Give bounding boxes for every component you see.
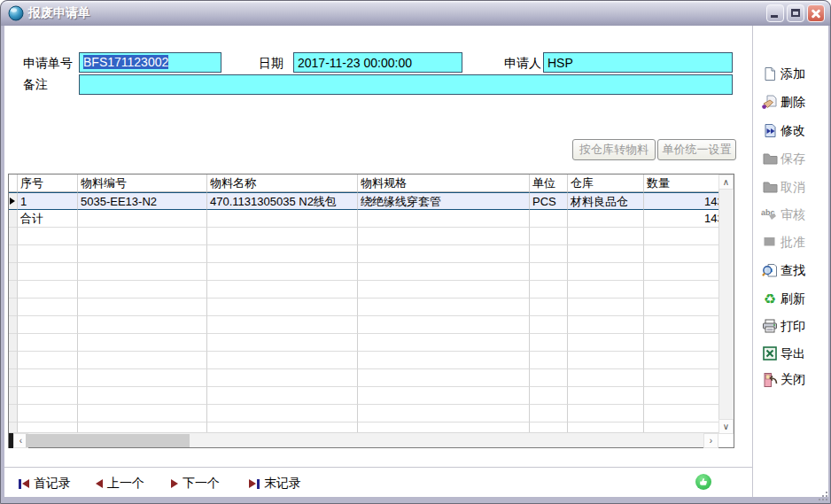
nav-label: 上一个: [107, 476, 144, 492]
column-header-seq[interactable]: 序号: [18, 174, 78, 192]
sidebar-label: 取消: [781, 180, 805, 196]
last-record-button[interactable]: 末记录: [249, 476, 301, 492]
empty-row: [9, 387, 734, 405]
excel-export-icon: [761, 346, 779, 362]
date-label: 日期: [259, 56, 283, 72]
column-header-code[interactable]: 物料编号: [78, 174, 207, 192]
thumbs-up-green-icon: [695, 473, 712, 491]
refresh-button[interactable]: ♻ 刷新: [761, 290, 805, 309]
add-document-icon: [761, 66, 779, 82]
sidebar-label: 导出: [781, 346, 805, 362]
sidebar-label: 审核: [781, 207, 805, 223]
modify-arrows-icon: [761, 123, 779, 139]
resize-grip[interactable]: [817, 490, 827, 500]
empty-row: [9, 334, 734, 352]
delete-hand-icon: [761, 95, 779, 111]
delete-button[interactable]: 删除: [761, 93, 805, 112]
approve-button: 批准: [761, 233, 805, 252]
table-body: 1 5035-EE13-N2 470.1131305035 N2线包 绕绝缘线穿…: [9, 192, 734, 434]
cell-seq: 1: [18, 192, 78, 210]
cell-spec: 绕绝缘线穿套管: [358, 192, 530, 210]
unified-price-button: 单价统一设置: [657, 139, 736, 160]
export-button[interactable]: 导出: [761, 345, 805, 364]
sidebar-label: 刷新: [781, 291, 805, 307]
app-window: 报废申请单 申请单号 BFS171123002 日期 申请人 备注 按仓库转物料…: [0, 0, 831, 504]
title-bar: 报废申请单: [1, 1, 830, 26]
cell-warehouse: 材料良品仓: [568, 192, 644, 210]
first-record-button[interactable]: 首记录: [19, 476, 71, 492]
table-row[interactable]: 1 5035-EE13-N2 470.1131305035 N2线包 绕绝缘线穿…: [9, 192, 734, 210]
save-folder-icon: [761, 151, 779, 167]
empty-row: [9, 316, 734, 334]
current-row-pointer-icon: [10, 198, 15, 205]
previous-record-icon: [96, 479, 103, 488]
empty-row: [9, 263, 734, 281]
audit-abc-icon: abc: [761, 207, 779, 223]
client-area: 申请单号 BFS171123002 日期 申请人 备注 按仓库转物料 单价统一设…: [4, 26, 828, 497]
maximize-button[interactable]: [787, 4, 804, 22]
horizontal-scrollbar[interactable]: ‹ ›: [9, 432, 718, 447]
sidebar-label: 修改: [781, 123, 805, 139]
items-table: 序号 物料编号 物料名称 物料规格 单位 仓库 数量 1 5035-EE13-N…: [8, 174, 734, 448]
column-header-spec[interactable]: 物料规格: [358, 174, 530, 192]
previous-record-button[interactable]: 上一个: [96, 476, 144, 492]
empty-row: [9, 405, 734, 423]
row-selector[interactable]: [9, 192, 18, 210]
column-header-warehouse[interactable]: 仓库: [568, 174, 644, 192]
next-record-icon: [171, 479, 178, 488]
approve-stamp-icon: [761, 235, 779, 251]
record-navigation-bar: 首记录 上一个 下一个 末记录: [4, 467, 753, 497]
scroll-down-icon[interactable]: ∨: [718, 419, 734, 434]
save-button: 保存: [761, 150, 805, 169]
refresh-recycle-icon: ♻: [761, 291, 779, 307]
cancel-folder-icon: [761, 180, 779, 196]
add-button[interactable]: 添加: [761, 65, 805, 84]
first-record-icon: [19, 479, 29, 489]
empty-row: [9, 281, 734, 299]
find-magnifier-icon: i: [761, 263, 779, 279]
sidebar-label: 查找: [781, 263, 805, 279]
close-button[interactable]: [807, 4, 825, 22]
column-header-unit[interactable]: 单位: [530, 174, 568, 192]
scroll-right-icon[interactable]: ›: [703, 433, 718, 448]
sidebar-label: 删除: [781, 95, 805, 111]
close-door-icon: [761, 372, 779, 388]
modify-button[interactable]: 修改: [761, 121, 805, 141]
request-no-label: 申请单号: [23, 56, 73, 72]
sidebar-label: 批准: [781, 235, 805, 251]
total-label: 合计: [18, 210, 78, 228]
empty-row: [9, 299, 734, 316]
window-title: 报废申请单: [28, 5, 764, 21]
action-sidebar: 添加 删除 修改 保存 取消 abc 审核: [759, 26, 828, 497]
vertical-scrollbar[interactable]: ∧ ∨: [718, 174, 734, 434]
print-button[interactable]: 打印: [761, 317, 805, 337]
request-no-input[interactable]: BFS171123002: [79, 52, 221, 73]
nav-label: 下一个: [183, 476, 220, 492]
total-row: 合计 1435: [9, 210, 734, 228]
date-input[interactable]: [293, 52, 462, 73]
main-panel: 申请单号 BFS171123002 日期 申请人 备注 按仓库转物料 单价统一设…: [4, 26, 753, 497]
sidebar-label: 打印: [781, 319, 805, 335]
minimize-button[interactable]: [766, 4, 784, 22]
remarks-label: 备注: [23, 77, 48, 93]
find-button[interactable]: i 查找: [761, 261, 805, 281]
cancel-button: 取消: [761, 178, 805, 198]
next-record-button[interactable]: 下一个: [171, 476, 220, 492]
empty-row: [9, 245, 734, 263]
nav-label: 首记录: [34, 476, 71, 492]
table-header-row: 序号 物料编号 物料名称 物料规格 单位 仓库 数量: [9, 174, 734, 192]
remarks-input[interactable]: [79, 74, 733, 95]
audit-button: abc 审核: [761, 205, 805, 225]
transfer-by-warehouse-button: 按仓库转物料: [572, 139, 656, 160]
scrollbar-thumb[interactable]: [26, 434, 190, 447]
column-header-name[interactable]: 物料名称: [207, 174, 358, 192]
empty-row: [9, 369, 734, 387]
cell-name: 470.1131305035 N2线包: [207, 192, 358, 210]
last-record-icon: [249, 479, 260, 489]
close-form-button[interactable]: 关闭: [761, 370, 805, 390]
scroll-up-icon[interactable]: ∧: [718, 174, 734, 190]
selected-text: BFS171123002: [83, 55, 168, 69]
applicant-input[interactable]: [543, 52, 733, 73]
sidebar-label: 添加: [781, 66, 805, 82]
applicant-label: 申请人: [504, 56, 541, 72]
